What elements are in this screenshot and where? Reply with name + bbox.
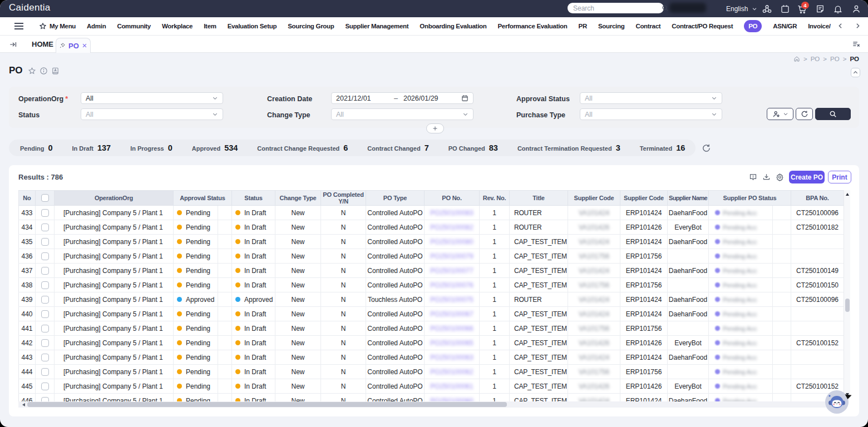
col-po-type[interactable]: PO Type [366, 191, 425, 206]
col-rev-no[interactable]: Rev. No. [480, 191, 510, 206]
col-po-completed[interactable]: PO CompletedY/N [321, 191, 366, 206]
filter-select-approval-status[interactable]: All [580, 92, 722, 104]
org-network-icon[interactable] [761, 3, 772, 14]
row-checkbox[interactable] [41, 339, 49, 347]
expand-tabs-icon[interactable] [9, 41, 17, 48]
menu-item-sourcing[interactable]: Sourcing [598, 23, 624, 29]
po-number-link-blurred[interactable]: PO250100061 [430, 383, 473, 390]
row-checkbox[interactable] [41, 296, 49, 304]
menu-item-supplier-management[interactable]: Supplier Management [345, 23, 408, 29]
search-icon[interactable] [662, 4, 669, 12]
col-status[interactable]: Status [232, 191, 275, 206]
col-title[interactable]: Title [510, 191, 568, 206]
status-summary-item-contract-termination-requested[interactable]: Contract Termination Requested3 [517, 143, 620, 152]
menu-item-asn-gr[interactable]: ASN/GR [773, 23, 797, 29]
col-supplier-po-status[interactable]: Supplier PO Status [709, 191, 791, 206]
po-number-link-blurred[interactable]: PO250100079 [430, 252, 473, 260]
status-summary-item-terminated[interactable]: Terminated16 [640, 143, 685, 152]
status-summary-item-in-draft[interactable]: In Draft137 [72, 143, 111, 152]
note-icon[interactable] [815, 3, 826, 14]
po-number-link-blurred[interactable]: PO250100080 [430, 238, 473, 246]
menu-item-sourcing-group[interactable]: Sourcing Group [288, 23, 334, 29]
horizontal-scrollbar[interactable] [18, 401, 844, 408]
scroll-left-arrow[interactable] [22, 403, 25, 406]
vertical-scroll-thumb[interactable] [845, 299, 850, 312]
collapse-filter-button[interactable] [851, 68, 860, 77]
breadcrumb-item[interactable]: PO [811, 56, 820, 62]
col-po-no[interactable]: PO No. [425, 191, 480, 206]
manual-icon[interactable] [51, 67, 60, 75]
chevron-left-icon[interactable] [837, 22, 844, 29]
summary-refresh-icon[interactable] [702, 143, 711, 153]
po-number-link-blurred[interactable]: PO250100077 [430, 267, 473, 275]
status-summary-item-contract-change-requested[interactable]: Contract Change Requested6 [257, 143, 348, 152]
menu-item-item[interactable]: Item [204, 23, 216, 29]
row-checkbox[interactable] [41, 252, 49, 260]
menu-item-evaluation-setup[interactable]: Evaluation Setup [228, 23, 277, 29]
po-number-link-blurred[interactable]: PO250100076 [430, 281, 473, 289]
download-icon[interactable] [762, 172, 771, 182]
po-number-link-blurred[interactable]: PO250100075 [430, 296, 473, 304]
col-no[interactable]: No [19, 191, 36, 206]
col-supplier-code-2[interactable]: Supplier Code [620, 191, 668, 206]
home-icon[interactable] [793, 56, 800, 62]
app-logo[interactable]: Caidentia [9, 2, 51, 13]
tab-po[interactable]: PO [56, 38, 91, 53]
menu-item-onboarding-evaluation[interactable]: Onboarding Evaluation [420, 23, 486, 29]
row-checkbox[interactable] [41, 354, 49, 361]
print-button[interactable]: Print [828, 171, 851, 183]
vertical-scrollbar[interactable] [844, 190, 850, 399]
row-checkbox[interactable] [41, 310, 49, 318]
row-checkbox[interactable] [41, 383, 49, 390]
status-summary-item-in-progress[interactable]: In Progress0 [130, 143, 172, 152]
row-checkbox[interactable] [41, 267, 49, 275]
chevron-right-icon[interactable] [854, 22, 861, 29]
col-approval-status[interactable]: Approval Status [174, 191, 232, 206]
feedback-icon[interactable] [748, 172, 758, 182]
filter-select-change-type[interactable]: All [331, 108, 474, 120]
po-number-link-blurred[interactable]: PO250100063 [430, 354, 473, 361]
col-supplier-name[interactable]: Supplier Name [668, 191, 709, 206]
col-change-type[interactable]: Change Type [275, 191, 321, 206]
date-from[interactable]: 2021/12/01 [336, 95, 371, 102]
create-po-button[interactable]: Create PO [789, 171, 825, 183]
po-number-link-blurred[interactable]: PO250100082 [430, 224, 473, 231]
menu-item-community[interactable]: Community [117, 23, 151, 29]
filter-daterange-creation-date[interactable]: 2021/12/01 – 2026/01/29 [331, 92, 474, 104]
menu-item-po[interactable]: PO [744, 20, 762, 32]
col-bpa-no[interactable]: BPA No. [791, 191, 844, 206]
date-to[interactable]: 2026/01/29 [403, 95, 438, 102]
settings-gear-icon[interactable] [775, 172, 785, 182]
scroll-up-arrow[interactable] [846, 193, 849, 196]
row-checkbox[interactable] [41, 397, 49, 401]
row-checkbox[interactable] [41, 209, 49, 217]
hamburger-icon[interactable] [14, 22, 23, 30]
menu-item-my-menu[interactable]: My Menu [39, 22, 76, 30]
tab-close-icon[interactable] [82, 43, 87, 48]
search-filter-button[interactable] [815, 108, 851, 120]
filter-select-status[interactable]: All [81, 108, 223, 120]
profile-icon[interactable] [851, 3, 862, 14]
horizontal-scroll-thumb[interactable] [27, 402, 507, 407]
tab-home[interactable]: HOME [32, 40, 53, 48]
reset-filter-button[interactable] [796, 108, 813, 120]
calendar-icon[interactable] [461, 95, 468, 102]
menu-item-performance-evaluation[interactable]: Performance Evaluation [498, 23, 568, 29]
menu-item-workplace[interactable]: Workplace [162, 23, 193, 29]
row-checkbox[interactable] [41, 368, 49, 376]
language-selector[interactable]: English [726, 5, 757, 13]
row-checkbox[interactable] [41, 238, 49, 246]
info-icon[interactable] [40, 67, 48, 75]
menu-item-admin[interactable]: Admin [87, 23, 106, 29]
favorite-star-icon[interactable] [28, 67, 36, 75]
select-all-checkbox[interactable] [41, 194, 49, 202]
user-filter-button[interactable] [767, 108, 793, 120]
po-number-link-blurred[interactable]: PO250100067 [430, 310, 473, 318]
filter-select-operation-org[interactable]: All [81, 92, 223, 104]
row-checkbox[interactable] [41, 224, 49, 231]
status-summary-item-pending[interactable]: Pending0 [20, 143, 52, 152]
menu-item-invoice-[interactable]: Invoice/ [808, 23, 830, 29]
status-summary-item-approved[interactable]: Approved534 [192, 143, 238, 152]
pin-icon[interactable] [59, 42, 66, 49]
search-input[interactable] [568, 4, 662, 12]
